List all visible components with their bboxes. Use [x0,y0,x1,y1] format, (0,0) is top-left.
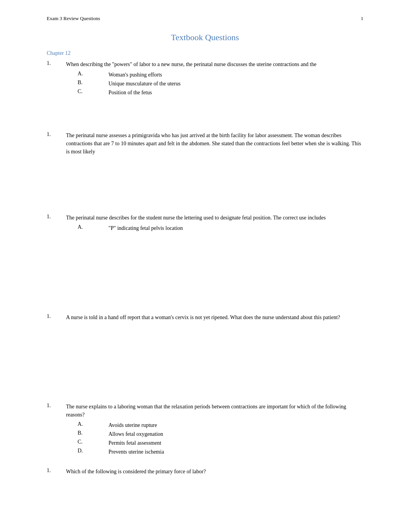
page-container: Exam 3 Review Questions 1 Textbook Quest… [39,0,371,503]
answer-item-5d: D. Prevents uterine ischemia [78,448,363,456]
question-text-6: Which of the following is considered the… [66,467,363,476]
answer-letter-5c: C. [78,439,108,447]
question-text-1: When describing the "powers" of labor to… [66,60,363,68]
answer-item-5a: A. Avoids uterine rupture [78,421,363,429]
answer-text-1b: Unique musculature of the uterus [108,80,181,88]
question-number-2: 1. [47,131,66,156]
answer-item-3a: A. "P" indicating fetal pelvis location [78,224,363,232]
question-block-3: 1. The perinatal nurse describes for the… [47,214,363,232]
answer-text-3a: "P" indicating fetal pelvis location [108,224,183,232]
answer-item-1c: C. Position of the fetus [78,88,363,97]
answer-letter-1c: C. [78,88,108,97]
answer-text-5b: Allows fetal oxygenation [108,430,163,438]
spacer-3b [47,267,363,290]
answer-item-5c: C. Permits fetal assessment [78,439,363,447]
question-block-4: 1. A nurse is told in a hand off report … [47,313,363,321]
question-text-3: The perinatal nurse describes for the st… [66,214,363,222]
question-number-3: 1. [47,214,66,222]
answer-list-1: A. Woman's pushing efforts B. Unique mus… [78,71,363,97]
question-number-1: 1. [47,60,66,68]
question-item-1: 1. When describing the "powers" of labor… [47,60,363,68]
question-item-3: 1. The perinatal nurse describes for the… [47,214,363,222]
header-left-text: Exam 3 Review Questions [47,15,100,22]
answer-text-5d: Prevents uterine ischemia [108,448,164,456]
question-text-5: The nurse explains to a laboring woman t… [66,403,363,419]
main-title: Textbook Questions [47,32,363,42]
question-item-2: 1. The perinatal nurse assesses a primig… [47,131,363,156]
question-number-5: 1. [47,403,66,419]
answer-list-5: A. Avoids uterine rupture B. Allows feta… [78,421,363,456]
spacer-4b [47,356,363,379]
spacer-2b [47,190,363,214]
answer-letter-1a: A. [78,71,108,79]
question-block-2: 1. The perinatal nurse assesses a primig… [47,131,363,156]
answer-letter-5b: B. [78,430,108,438]
spacer-4 [47,333,363,356]
answer-item-1a: A. Woman's pushing efforts [78,71,363,79]
question-number-6: 1. [47,467,66,476]
page-header: Exam 3 Review Questions 1 [47,15,363,22]
question-block-1: 1. When describing the "powers" of labor… [47,60,363,97]
answer-letter-3a: A. [78,224,108,232]
answer-item-5b: B. Allows fetal oxygenation [78,430,363,438]
answer-text-1a: Woman's pushing efforts [108,71,162,79]
question-item-4: 1. A nurse is told in a hand off report … [47,313,363,321]
question-item-6: 1. Which of the following is considered … [47,467,363,476]
answer-text-1c: Position of the fetus [108,88,152,97]
spacer-4c [47,379,363,403]
answer-list-3: A. "P" indicating fetal pelvis location [78,224,363,232]
question-text-4: A nurse is told in a hand off report tha… [66,313,363,321]
spacer-1 [47,108,363,131]
question-item-5: 1. The nurse explains to a laboring woma… [47,403,363,419]
question-text-2: The perinatal nurse assesses a primigrav… [66,131,363,156]
answer-item-1b: B. Unique musculature of the uterus [78,80,363,88]
question-block-6: 1. Which of the following is considered … [47,467,363,476]
main-title-section: Textbook Questions [47,32,363,42]
question-block-5: 1. The nurse explains to a laboring woma… [47,403,363,456]
answer-letter-5d: D. [78,448,108,456]
spacer-2 [47,167,363,190]
answer-text-5c: Permits fetal assessment [108,439,161,447]
chapter-heading: Chapter 12 [47,50,363,56]
question-number-4: 1. [47,313,66,321]
spacer-3c [47,290,363,313]
page-number: 1 [361,15,364,22]
answer-text-5a: Avoids uterine rupture [108,421,157,429]
answer-letter-5a: A. [78,421,108,429]
answer-letter-1b: B. [78,80,108,88]
spacer-3 [47,244,363,267]
